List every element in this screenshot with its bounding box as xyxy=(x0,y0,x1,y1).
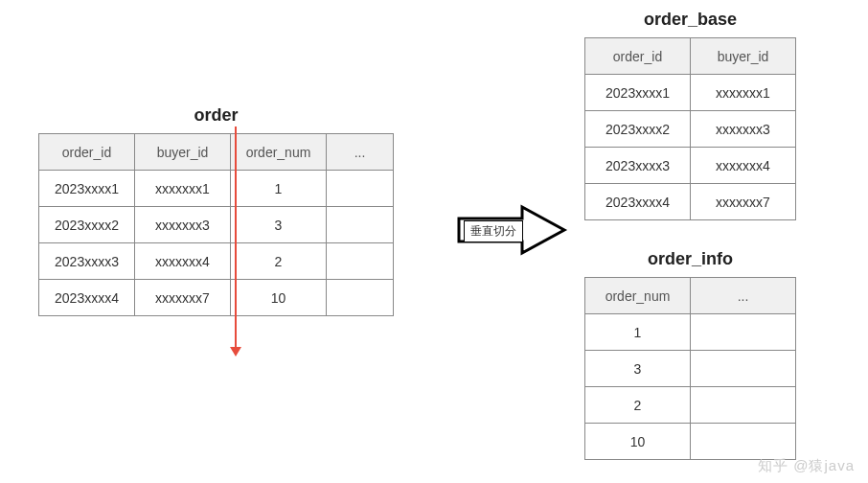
table-row: 2 xyxy=(585,387,796,424)
table-row: 3 xyxy=(585,351,796,387)
table-row: 2023xxxx4 xxxxxxx7 10 xyxy=(39,280,394,316)
col-header: buyer_id xyxy=(691,38,796,75)
table-row: 2023xxxx1 xxxxxxx1 1 xyxy=(39,171,394,207)
table-header-row: order_id buyer_id xyxy=(585,38,796,75)
order-base-table-block: order_base order_id buyer_id 2023xxxx1 x… xyxy=(584,10,796,220)
order-info-table: order_num ... 1 3 2 10 xyxy=(584,277,796,460)
col-header: order_num xyxy=(231,134,327,171)
col-header: order_id xyxy=(585,38,691,75)
order-table: order_id buyer_id order_num ... 2023xxxx… xyxy=(38,133,394,316)
table-row: 2023xxxx3 xxxxxxx4 2 xyxy=(39,243,394,280)
col-header: ... xyxy=(327,134,394,171)
cell: 2 xyxy=(585,387,691,424)
table-row: 2023xxxx1 xxxxxxx1 xyxy=(585,75,796,111)
table-row: 2023xxxx2 xxxxxxx3 3 xyxy=(39,207,394,243)
table-row: 2023xxxx3 xxxxxxx4 xyxy=(585,148,796,184)
cell: xxxxxxx4 xyxy=(691,148,796,184)
cell: 1 xyxy=(585,314,691,351)
cell: 3 xyxy=(585,351,691,387)
table-row: 1 xyxy=(585,314,796,351)
cell: 3 xyxy=(231,207,327,243)
cell xyxy=(691,314,796,351)
table-row: 2023xxxx4 xxxxxxx7 xyxy=(585,184,796,220)
col-header: ... xyxy=(691,278,796,314)
split-line-arrow xyxy=(235,126,237,355)
cell: xxxxxxx4 xyxy=(135,243,231,280)
cell: 2023xxxx3 xyxy=(585,148,691,184)
table-header-row: order_num ... xyxy=(585,278,796,314)
cell: 2023xxxx2 xyxy=(39,207,135,243)
col-header: order_num xyxy=(585,278,691,314)
cell xyxy=(327,207,394,243)
order-info-table-title: order_info xyxy=(584,249,796,269)
order-base-table-title: order_base xyxy=(584,10,796,30)
cell: 2023xxxx2 xyxy=(585,111,691,148)
col-header: buyer_id xyxy=(135,134,231,171)
order-table-title: order xyxy=(38,105,394,126)
order-info-table-block: order_info order_num ... 1 3 2 10 xyxy=(584,249,796,460)
cell: 2 xyxy=(231,243,327,280)
cell: 2023xxxx4 xyxy=(585,184,691,220)
col-header: order_id xyxy=(39,134,135,171)
arrow-label: 垂直切分 xyxy=(464,220,523,242)
cell xyxy=(327,280,394,316)
table-header-row: order_id buyer_id order_num ... xyxy=(39,134,394,171)
cell xyxy=(327,171,394,207)
cell: xxxxxxx7 xyxy=(135,280,231,316)
order-base-table: order_id buyer_id 2023xxxx1 xxxxxxx1 202… xyxy=(584,37,796,220)
cell: 1 xyxy=(231,171,327,207)
cell xyxy=(691,351,796,387)
cell: 10 xyxy=(585,424,691,460)
cell: 2023xxxx1 xyxy=(585,75,691,111)
cell: 10 xyxy=(231,280,327,316)
cell: xxxxxxx3 xyxy=(135,207,231,243)
cell: 2023xxxx1 xyxy=(39,171,135,207)
cell: xxxxxxx7 xyxy=(691,184,796,220)
cell: xxxxxxx3 xyxy=(691,111,796,148)
cell xyxy=(691,424,796,460)
cell: 2023xxxx4 xyxy=(39,280,135,316)
cell: xxxxxxx1 xyxy=(135,171,231,207)
table-row: 10 xyxy=(585,424,796,460)
table-row: 2023xxxx2 xxxxxxx3 xyxy=(585,111,796,148)
cell xyxy=(327,243,394,280)
cell: xxxxxxx1 xyxy=(691,75,796,111)
cell xyxy=(691,387,796,424)
cell: 2023xxxx3 xyxy=(39,243,135,280)
order-table-block: order order_id buyer_id order_num ... 20… xyxy=(38,105,394,316)
watermark-text: 知乎 @猿java xyxy=(758,457,855,475)
